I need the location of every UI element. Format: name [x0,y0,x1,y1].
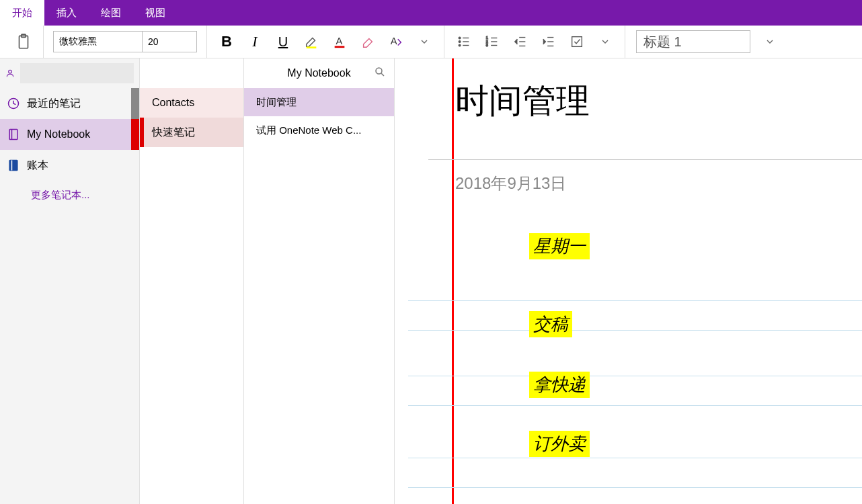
svg-text:A: A [391,36,397,46]
svg-rect-2 [307,46,317,48]
note-canvas[interactable]: 时间管理 2018年9月13日 星期一 交稿 拿快递 订外卖 [395,58,862,504]
clear-format-button[interactable] [354,28,382,56]
heading-style-select[interactable]: 标题 1 [636,30,750,53]
nav-marker [131,119,139,150]
nav-marker [131,88,139,119]
note-entry[interactable]: 订外卖 [529,431,590,457]
more-paragraph-button[interactable] [591,28,619,56]
italic-button[interactable]: I [241,28,269,56]
checkbox-icon [570,34,584,49]
note-entry[interactable]: 星期一 [529,233,590,259]
svg-point-8 [459,41,461,43]
rule-line [408,458,862,458]
note-date: 2018年9月13日 [455,173,566,194]
indent-button[interactable] [535,28,563,56]
svg-rect-24 [572,37,582,47]
page-item-time-management[interactable]: 时间管理 [244,88,394,116]
more-formatting-button[interactable] [410,28,438,56]
title-underline [428,159,862,160]
section-quick-notes[interactable]: 快速笔记 [140,118,243,147]
nav-ledger[interactable]: 账本 [0,150,139,181]
rule-line [408,300,862,301]
font-color-button[interactable]: A [325,28,354,56]
font-name-input[interactable] [54,32,143,52]
numbered-list-icon: 123 [485,34,500,49]
margin-line [452,58,454,504]
nav-label: My Notebook [27,128,90,140]
clipboard-button[interactable] [9,28,38,56]
outdent-button[interactable] [506,28,535,56]
indent-icon [541,34,556,49]
page-list-panel: My Notebook 时间管理 试用 OneNote Web C... [244,58,395,504]
book-icon [7,159,20,172]
svg-point-25 [9,70,12,73]
ribbon: B I U A A 123 [0,26,862,58]
tab-draw[interactable]: 绘图 [89,0,133,26]
bullet-list-icon [457,34,471,49]
clipboard-icon [15,33,32,50]
bold-button[interactable]: B [212,28,241,56]
svg-rect-4 [335,46,345,48]
svg-text:3: 3 [486,43,488,47]
note-entry[interactable]: 交稿 [529,311,572,337]
search-icon [374,66,386,78]
tab-start[interactable]: 开始 [0,0,44,26]
underline-button[interactable]: U [269,28,297,56]
page-list-header: My Notebook [244,58,394,88]
chevron-down-icon [419,36,430,47]
note-title[interactable]: 时间管理 [455,79,590,124]
font-color-icon: A [332,34,347,49]
page-item-try-onenote[interactable]: 试用 OneNote Web C... [244,116,394,144]
rule-line [408,487,862,488]
note-entry[interactable]: 拿快递 [529,372,590,398]
more-notebooks-link[interactable]: 更多笔记本... [0,181,139,202]
user-search-input[interactable] [20,63,134,83]
main-area: 最近的笔记 My Notebook 账本 更多笔记本... Contacts 快… [0,58,862,504]
notebook-nav-panel: 最近的笔记 My Notebook 账本 更多笔记本... [0,58,140,504]
bullet-list-button[interactable] [450,28,478,56]
numbered-list-button[interactable]: 123 [478,28,506,56]
svg-rect-29 [9,161,17,171]
user-bar [0,58,139,88]
svg-line-32 [381,73,384,76]
svg-text:A: A [336,36,343,46]
section-panel: Contacts 快速笔记 [140,58,244,504]
font-controls [53,31,197,52]
tab-bar: 开始 插入 绘图 视图 [0,0,862,26]
font-size-input[interactable] [143,32,196,52]
tab-insert[interactable]: 插入 [44,0,89,26]
highlight-button[interactable] [297,28,325,56]
highlight-icon [304,34,319,49]
notebook-icon [7,128,20,141]
nav-label: 账本 [27,159,48,173]
clock-icon [7,97,20,110]
nav-label: 最近的笔记 [27,97,81,111]
eraser-icon [360,34,375,49]
svg-point-31 [376,68,382,74]
rule-line [408,405,862,406]
tab-view[interactable]: 视图 [133,0,178,26]
rule-line [408,376,862,376]
svg-rect-27 [9,130,17,140]
page-search-button[interactable] [374,66,386,81]
outdent-icon [513,34,528,49]
nav-recent-notes[interactable]: 最近的笔记 [0,88,139,119]
chevron-down-icon [765,36,775,47]
styles-button[interactable]: A [382,28,410,56]
chevron-down-icon [600,36,611,47]
format-icon: A [389,34,403,49]
svg-point-10 [459,44,461,46]
todo-button[interactable] [563,28,591,56]
user-icon [5,66,15,81]
section-contacts[interactable]: Contacts [140,88,243,118]
rule-line [408,330,862,331]
svg-point-6 [459,37,461,39]
page-list-title: My Notebook [287,67,350,79]
style-dropdown-button[interactable] [756,28,784,56]
nav-my-notebook[interactable]: My Notebook [0,119,139,150]
